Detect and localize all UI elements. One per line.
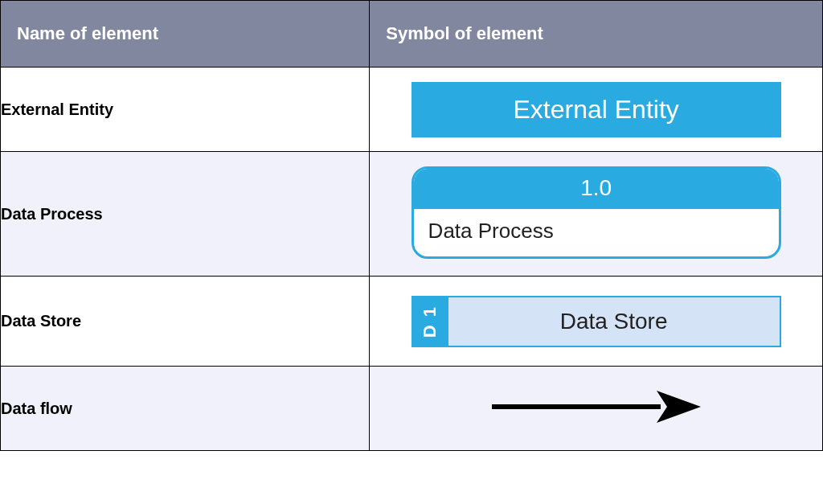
row-name-external-entity: External Entity (1, 68, 370, 152)
row-symbol-data-flow (370, 367, 823, 451)
row-name-data-process: Data Process (1, 152, 370, 277)
svg-marker-1 (657, 391, 701, 423)
external-entity-label: External Entity (513, 95, 678, 124)
table-row: Data Process 1.0 Data Process (1, 152, 823, 277)
row-symbol-data-process: 1.0 Data Process (370, 152, 823, 277)
data-process-symbol: 1.0 Data Process (412, 166, 781, 259)
header-name: Name of element (1, 1, 370, 68)
row-name-data-store: Data Store (1, 277, 370, 367)
row-name-data-flow: Data flow (1, 367, 370, 451)
data-store-tab: D 1 (413, 297, 448, 346)
header-symbol: Symbol of element (370, 1, 823, 68)
row-symbol-data-store: D 1 Data Store (370, 277, 823, 367)
table-row: External Entity External Entity (1, 68, 823, 152)
data-flow-arrow-icon (476, 383, 717, 434)
data-store-tab-label: D 1 (420, 305, 441, 337)
data-store-symbol: D 1 Data Store (412, 296, 781, 347)
data-process-label: Data Process (414, 209, 779, 256)
table-row: Data flow (1, 367, 823, 451)
dfd-elements-table: Name of element Symbol of element Extern… (0, 0, 823, 451)
table-header-row: Name of element Symbol of element (1, 1, 823, 68)
external-entity-symbol: External Entity (412, 82, 781, 137)
row-symbol-external-entity: External Entity (370, 68, 823, 152)
data-store-label: Data Store (448, 297, 780, 346)
table-row: Data Store D 1 Data Store (1, 277, 823, 367)
data-process-number: 1.0 (414, 169, 779, 209)
